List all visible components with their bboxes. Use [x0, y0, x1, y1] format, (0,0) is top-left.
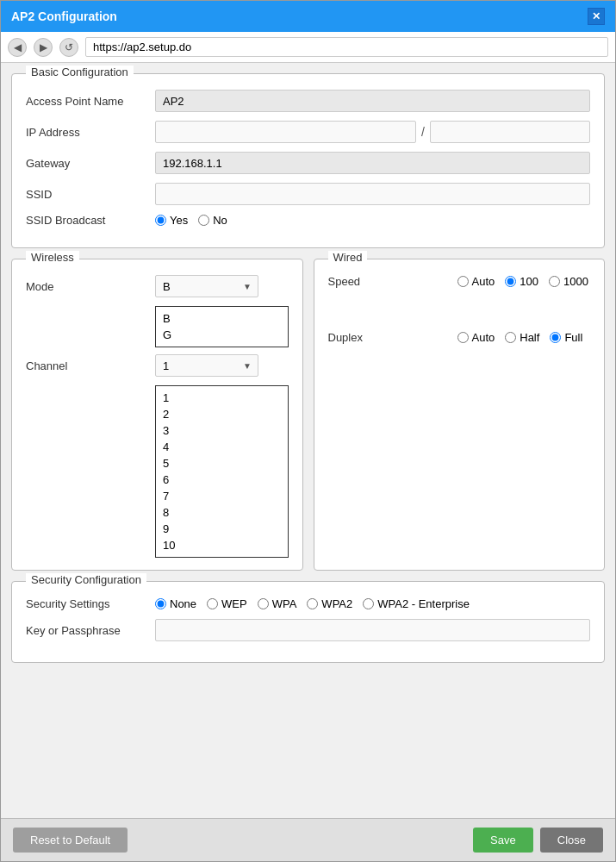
close-icon: ✕	[592, 10, 600, 22]
refresh-button[interactable]: ↺	[59, 38, 78, 57]
security-settings-row: Security Settings None WEP WPA	[26, 597, 590, 610]
gateway-row: Gateway	[26, 152, 590, 174]
wireless-section: Wireless Mode B G ▼	[11, 259, 303, 571]
back-button[interactable]: ◀	[8, 38, 27, 57]
duplex-half-label: Half	[520, 331, 539, 344]
security-wpa2-enterprise-radio[interactable]	[363, 598, 374, 609]
speed-auto-label: Auto	[472, 275, 495, 288]
speed-1000-option[interactable]: 1000	[549, 275, 588, 288]
speed-1000-label: 1000	[563, 275, 588, 288]
speed-radio-group: Auto 100 1000	[457, 275, 588, 288]
ip-address-label: IP Address	[26, 126, 155, 139]
security-config-body: Security Settings None WEP WPA	[12, 582, 604, 662]
forward-icon: ▶	[40, 41, 47, 53]
security-wpa-radio[interactable]	[258, 598, 269, 609]
access-point-name-input[interactable]	[155, 90, 590, 112]
speed-1000-radio[interactable]	[549, 276, 560, 287]
wireless-title: Wireless	[26, 251, 79, 264]
footer-right-buttons: Save Close	[473, 828, 603, 853]
security-wep-radio[interactable]	[207, 598, 218, 609]
channel-list-item-4[interactable]: 4	[156, 439, 288, 455]
ssid-broadcast-label: SSID Broadcast	[26, 214, 155, 227]
security-wep-label: WEP	[221, 597, 247, 610]
channel-dropdown-wrapper: 1 2 3 4 5 6 7 8 9 10 11	[155, 354, 258, 377]
ip-subnet-input[interactable]	[430, 121, 590, 143]
channel-list-item-6[interactable]: 6	[156, 472, 288, 488]
key-passphrase-input[interactable]	[155, 619, 590, 641]
ssid-broadcast-yes-label: Yes	[170, 214, 188, 227]
access-point-name-row: Access Point Name	[26, 90, 590, 112]
channel-list-item-2[interactable]: 2	[156, 406, 288, 422]
forward-button[interactable]: ▶	[34, 38, 53, 57]
title-bar: AP2 Configuration ✕	[1, 1, 615, 32]
ssid-broadcast-row: SSID Broadcast Yes No	[26, 214, 590, 227]
speed-auto-radio[interactable]	[457, 276, 469, 287]
ssid-broadcast-no-option[interactable]: No	[198, 214, 227, 227]
duplex-auto-option[interactable]: Auto	[457, 331, 495, 344]
ssid-broadcast-radio-group: Yes No	[155, 214, 227, 227]
mode-dropdown-wrapper: B G ▼	[155, 275, 258, 297]
save-button[interactable]: Save	[473, 828, 533, 853]
mode-dropdown-list: B G	[155, 306, 289, 347]
mode-select[interactable]: B G	[155, 275, 258, 297]
security-none-option[interactable]: None	[155, 597, 196, 610]
address-bar: ◀ ▶ ↺	[1, 32, 615, 63]
main-content: Basic Configuration Access Point Name IP…	[1, 63, 615, 818]
duplex-half-option[interactable]: Half	[505, 331, 539, 344]
channel-list-item-3[interactable]: 3	[156, 422, 288, 439]
security-none-label: None	[170, 597, 196, 610]
mode-list-item-g[interactable]: G	[156, 327, 288, 343]
mode-open-list: B G	[155, 306, 289, 347]
security-wpa2-option[interactable]: WPA2	[307, 597, 352, 610]
channel-list-item-10[interactable]: 10	[156, 537, 288, 553]
ssid-input[interactable]	[155, 183, 590, 205]
main-window: AP2 Configuration ✕ ◀ ▶ ↺ Basic Configur…	[0, 0, 616, 862]
ssid-broadcast-yes-option[interactable]: Yes	[155, 214, 188, 227]
speed-100-option[interactable]: 100	[505, 275, 538, 288]
security-wep-option[interactable]: WEP	[207, 597, 247, 610]
duplex-full-radio[interactable]	[550, 332, 561, 343]
security-wpa2-radio[interactable]	[307, 598, 318, 609]
security-none-radio[interactable]	[155, 598, 166, 609]
window-close-button[interactable]: ✕	[588, 8, 605, 25]
channel-row: Channel 1 2 3 4 5 6 7 8 9	[26, 354, 289, 377]
security-wpa2-enterprise-option[interactable]: WPA2 - Enterprise	[363, 597, 470, 610]
security-wpa-option[interactable]: WPA	[258, 597, 297, 610]
duplex-half-radio[interactable]	[505, 332, 516, 343]
wired-title: Wired	[328, 251, 368, 264]
ip-address-row: IP Address /	[26, 121, 590, 143]
channel-open-list: 1 2 3 4 5 6 7 8 9 10 11	[155, 385, 289, 558]
reset-button[interactable]: Reset to Default	[13, 828, 128, 853]
ssid-broadcast-yes-radio[interactable]	[155, 215, 166, 226]
ssid-broadcast-no-label: No	[213, 214, 227, 227]
ip-address-fields: /	[155, 121, 590, 143]
channel-list-item-11[interactable]: 11	[156, 553, 288, 558]
close-button[interactable]: Close	[540, 828, 603, 853]
channel-label: Channel	[26, 359, 155, 372]
security-wpa2-enterprise-label: WPA2 - Enterprise	[377, 597, 470, 610]
ip-address-input[interactable]	[155, 121, 416, 143]
mode-list-item-b[interactable]: B	[156, 310, 288, 327]
channel-list-item-8[interactable]: 8	[156, 504, 288, 521]
channel-list-item-5[interactable]: 5	[156, 455, 288, 472]
url-input[interactable]	[85, 37, 608, 57]
back-icon: ◀	[14, 41, 22, 53]
ip-slash: /	[421, 125, 425, 139]
speed-100-label: 100	[520, 275, 538, 288]
channel-list-item-9[interactable]: 9	[156, 521, 288, 537]
security-radio-group: None WEP WPA WPA2	[155, 597, 470, 610]
speed-auto-option[interactable]: Auto	[457, 275, 495, 288]
duplex-auto-radio[interactable]	[457, 332, 469, 343]
speed-100-radio[interactable]	[505, 276, 516, 287]
wireless-body: Mode B G ▼ B G	[12, 259, 302, 570]
access-point-name-label: Access Point Name	[26, 95, 155, 108]
duplex-row: Duplex Auto Half	[328, 331, 591, 344]
channel-list-item-1[interactable]: 1	[156, 390, 288, 406]
channel-select[interactable]: 1 2 3 4 5 6 7 8 9 10 11	[155, 354, 258, 377]
channel-list-item-7[interactable]: 7	[156, 488, 288, 504]
security-config-section: Security Configuration Security Settings…	[11, 581, 605, 663]
ssid-broadcast-no-radio[interactable]	[198, 215, 209, 226]
gateway-label: Gateway	[26, 157, 155, 170]
gateway-input[interactable]	[155, 152, 590, 174]
duplex-full-option[interactable]: Full	[550, 331, 582, 344]
